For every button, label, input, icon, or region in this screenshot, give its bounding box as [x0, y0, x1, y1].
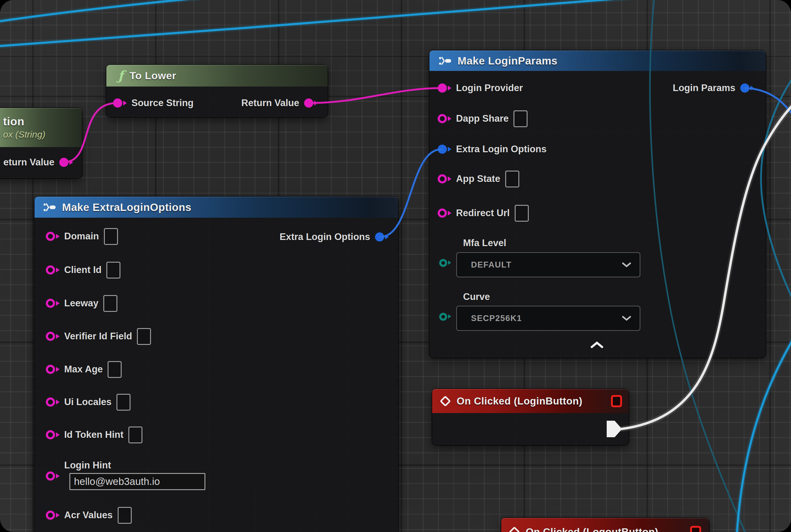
node-header[interactable]: On Clicked (LogoutButton)	[501, 518, 709, 532]
node-title: On Clicked (LoginButton)	[457, 395, 582, 407]
dapp-share-value-box[interactable]	[514, 110, 527, 127]
delegate-bind-icon[interactable]	[690, 526, 701, 532]
pin-row-acr-values: Acr Values	[46, 506, 132, 525]
extra-login-options-out-pin[interactable]	[375, 232, 384, 242]
pin-row-source-string: Source String	[113, 93, 193, 113]
wire-to-lower-to-login-provider[interactable]	[309, 88, 442, 103]
acr-values-value-box[interactable]	[118, 507, 132, 524]
node-header[interactable]: ƒ To Lower	[107, 65, 328, 87]
pin-row-app-state: App State	[438, 169, 519, 189]
node-on-clicked-login-button[interactable]: On Clicked (LoginButton)	[432, 389, 629, 445]
ui-locales-value-box[interactable]	[116, 394, 131, 411]
exec-out-pin[interactable]	[607, 421, 622, 437]
pin-row-id-token-hint: Id Token Hint	[46, 425, 142, 444]
login-params-out-pin[interactable]	[740, 83, 749, 93]
node-text-function-partial[interactable]: tion ox (String) eturn Value	[0, 108, 82, 178]
pin-row-client-id: Client Id	[46, 260, 120, 280]
pin-label: Acr Values	[64, 510, 113, 521]
node-on-clicked-logout-button[interactable]: On Clicked (LogoutButton)	[501, 518, 709, 532]
mfa-level-label: Mfa Level	[463, 238, 506, 249]
node-header[interactable]: Make LoginParams	[429, 51, 766, 71]
node-title: Make LoginParams	[458, 55, 558, 67]
redirect-url-pin[interactable]	[438, 209, 447, 218]
node-make-login-params[interactable]: Make LoginParams Login Provider Login Pa…	[429, 51, 766, 358]
pin-row-login-params-out: Login Params	[626, 78, 754, 98]
pin-label: Ui Locales	[64, 397, 112, 407]
redirect-url-value-box[interactable]	[515, 205, 529, 222]
dapp-share-pin[interactable]	[438, 114, 447, 123]
domain-value-box[interactable]	[104, 228, 118, 245]
extra-login-options-in-pin[interactable]	[438, 145, 447, 154]
pin-row-ui-locales: Ui Locales	[46, 392, 131, 412]
curve-dropdown[interactable]: SECP256K1	[456, 306, 640, 331]
make-struct-icon	[438, 54, 452, 67]
mfa-level-pin[interactable]	[439, 259, 447, 267]
max-age-pin[interactable]	[46, 365, 55, 374]
collapse-node-icon[interactable]	[590, 341, 604, 349]
delegate-bind-icon[interactable]	[611, 395, 622, 407]
pin-label: Max Age	[64, 364, 103, 375]
domain-pin[interactable]	[46, 232, 55, 241]
curve-pin[interactable]	[439, 313, 447, 321]
chevron-down-icon	[622, 316, 631, 321]
pin-label: eturn Value	[3, 157, 54, 168]
function-icon: ƒ	[118, 68, 123, 83]
client-id-pin[interactable]	[46, 265, 55, 274]
ui-locales-pin[interactable]	[46, 397, 55, 407]
blueprint-editor: tion ox (String) eturn Value ƒ To Lower …	[0, 0, 791, 532]
graph-canvas[interactable]: tion ox (String) eturn Value ƒ To Lower …	[0, 0, 791, 532]
curve-label: Curve	[463, 291, 490, 302]
mfa-level-value: DEFAULT	[471, 260, 512, 270]
pin-label: Login Hint	[64, 460, 111, 471]
leeway-pin[interactable]	[46, 299, 55, 308]
pin-row-dapp-share: Dapp Share	[438, 109, 527, 128]
pin-row-domain: Domain	[46, 227, 118, 246]
pin-label: Id Token Hint	[64, 429, 123, 440]
pin-label: Source String	[131, 97, 193, 109]
chevron-down-icon	[622, 262, 631, 268]
wire-cyan-top-2[interactable]	[0, 0, 663, 46]
node-subtitle: ox (String)	[3, 129, 45, 140]
pin-row-extra-login-options-in: Extra Login Options	[438, 139, 546, 159]
pin-row-verifier-id-field: Verifier Id Field	[46, 326, 151, 346]
node-make-extra-login-options[interactable]: Make ExtraLoginOptions Extra Login Optio…	[35, 196, 398, 532]
pin-label: Extra Login Options	[279, 231, 370, 243]
return-value-pin[interactable]	[304, 98, 313, 108]
login-hint-input[interactable]: hello@web3auth.io	[70, 473, 206, 490]
pin-label: Login Params	[673, 82, 735, 94]
pin-label: Redirect Url	[456, 208, 510, 218]
id-token-hint-pin[interactable]	[46, 430, 55, 439]
pin-row-redirect-url: Redirect Url	[438, 203, 529, 223]
app-state-pin[interactable]	[438, 174, 447, 184]
id-token-hint-value-box[interactable]	[128, 426, 142, 443]
return-value-pin[interactable]	[59, 158, 69, 167]
make-struct-icon	[42, 201, 57, 214]
leeway-value-box[interactable]	[103, 295, 117, 312]
node-header[interactable]: On Clicked (LoginButton)	[432, 389, 629, 413]
mfa-level-dropdown[interactable]: DEFAULT	[456, 252, 640, 277]
pin-label: Extra Login Options	[456, 144, 546, 155]
login-provider-pin[interactable]	[438, 83, 447, 93]
wire-cyan-top-1[interactable]	[0, 0, 238, 22]
event-diamond-icon	[509, 527, 520, 532]
pin-label: Return Value	[242, 97, 300, 109]
source-string-pin[interactable]	[113, 98, 122, 108]
wire-cyan-bottom-sweep[interactable]	[737, 332, 791, 532]
client-id-value-box[interactable]	[107, 262, 120, 279]
wire-glow	[0, 0, 238, 22]
pin-label: Verifier Id Field	[64, 331, 132, 342]
pin-row-extra-login-options-out: Extra Login Options	[242, 227, 389, 247]
login-hint-pin[interactable]	[46, 472, 55, 481]
max-age-value-box[interactable]	[108, 361, 122, 378]
node-to-lower[interactable]: ƒ To Lower Source String Return Value	[107, 65, 328, 117]
verifier-id-field-value-box[interactable]	[137, 328, 151, 345]
app-state-value-box[interactable]	[505, 171, 519, 187]
pin-row-return-value: Return Value	[217, 93, 318, 113]
verifier-id-field-pin[interactable]	[46, 332, 55, 341]
wire-glow	[0, 0, 663, 46]
acr-values-pin[interactable]	[46, 511, 55, 520]
node-header[interactable]: Make ExtraLoginOptions	[35, 196, 398, 218]
curve-value: SECP256K1	[471, 314, 522, 323]
pin-label: Client Id	[64, 264, 101, 276]
node-header[interactable]: tion ox (String)	[0, 108, 82, 147]
